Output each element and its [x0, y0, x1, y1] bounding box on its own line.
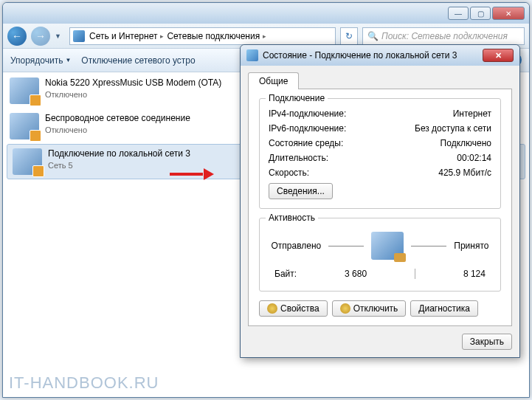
connection-status: Сеть 5: [48, 160, 190, 170]
maximize-button[interactable]: ▢: [470, 7, 491, 20]
status-row: IPv6-подключение:Без доступа к сети: [269, 121, 491, 136]
sent-label: Отправлено: [272, 241, 322, 251]
group-label: Активность: [266, 213, 318, 223]
dialog-title: Состояние - Подключение по локальной сет…: [263, 50, 457, 61]
connection-name: Беспроводное сетевое соединение: [45, 113, 190, 125]
tab-content: Подключение IPv4-подключение:Интернет IP…: [248, 89, 512, 326]
received-label: Принято: [454, 241, 488, 251]
bytes-label: Байт:: [274, 269, 297, 279]
annotation-arrow: [170, 170, 214, 179]
breadcrumb-item[interactable]: Сеть и Интернет: [89, 31, 157, 41]
activity-icon: [371, 232, 404, 260]
details-button[interactable]: Сведения...: [269, 183, 333, 199]
minimize-button[interactable]: —: [448, 7, 469, 20]
divider: [415, 269, 415, 279]
connection-name: Nokia 5220 XpressMusic USB Modem (OTA): [45, 77, 221, 89]
connection-status: Отключено: [45, 89, 221, 100]
connection-name: Подключение по локальной сети 3: [48, 148, 190, 160]
activity-line: [328, 246, 364, 246]
disable-device-button[interactable]: Отключение сетевого устро: [81, 55, 195, 66]
search-icon: 🔍: [367, 31, 379, 41]
status-row: Состояние среды:Подключено: [269, 136, 491, 151]
status-dialog: Состояние - Подключение по локальной сет…: [240, 44, 520, 358]
network-icon: [246, 49, 258, 61]
modem-icon: [10, 77, 39, 104]
nav-history-dropdown[interactable]: ▼: [55, 32, 65, 40]
chevron-right-icon: ▸: [159, 32, 165, 40]
watermark-text: IT-HANDBOOK.RU: [9, 373, 159, 393]
tab-bar: Общие: [248, 72, 512, 89]
close-button[interactable]: ✕: [492, 7, 525, 20]
diagnose-button[interactable]: Диагностика: [410, 300, 478, 317]
disable-button[interactable]: Отключить: [332, 300, 407, 317]
dialog-close-button[interactable]: ✕: [483, 49, 514, 62]
location-icon: [73, 30, 85, 42]
activity-line: [411, 246, 446, 246]
ethernet-icon: [13, 148, 42, 175]
properties-button[interactable]: Свойства: [259, 300, 328, 317]
status-row: Длительность:00:02:14: [269, 151, 491, 165]
dialog-titlebar: Состояние - Подключение по локальной сет…: [241, 45, 519, 66]
bytes-received-value: 8 124: [463, 269, 486, 279]
activity-group: Активность Отправлено Принято Байт: 3 68…: [259, 218, 501, 292]
connection-group: Подключение IPv4-подключение:Интернет IP…: [259, 98, 501, 209]
status-row: IPv4-подключение:Интернет: [269, 106, 491, 121]
status-row: Скорость:425.9 Мбит/с: [269, 165, 491, 180]
search-input[interactable]: 🔍 Поиск: Сетевые подключения: [362, 27, 525, 45]
shield-icon: [267, 303, 277, 314]
window-titlebar: — ▢ ✕: [3, 3, 529, 24]
back-button[interactable]: ←: [7, 27, 27, 46]
wifi-icon: [10, 113, 39, 139]
connection-status: Отключено: [45, 125, 190, 135]
refresh-button[interactable]: ↻: [340, 27, 358, 45]
close-dialog-button[interactable]: Закрыть: [462, 334, 512, 350]
forward-button[interactable]: →: [31, 27, 50, 46]
breadcrumb-item[interactable]: Сетевые подключения: [167, 31, 260, 41]
dialog-body: Общие Подключение IPv4-подключение:Интер…: [241, 66, 519, 357]
chevron-right-icon: ▸: [261, 32, 268, 40]
bytes-sent-value: 3 680: [345, 269, 367, 279]
tab-general[interactable]: Общие: [248, 72, 299, 89]
chevron-down-icon: ▼: [65, 57, 71, 63]
search-placeholder: Поиск: Сетевые подключения: [381, 31, 508, 41]
group-label: Подключение: [266, 93, 328, 103]
organize-menu[interactable]: Упорядочить ▼: [10, 55, 71, 66]
address-bar[interactable]: Сеть и Интернет ▸ Сетевые подключения ▸: [69, 27, 336, 45]
shield-icon: [340, 303, 350, 314]
